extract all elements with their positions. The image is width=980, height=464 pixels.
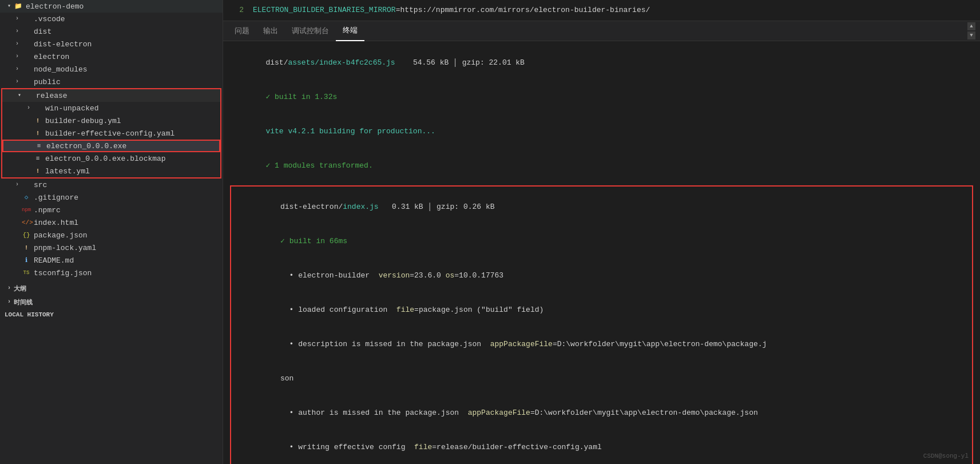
sidebar-item-latest-yml[interactable]: ! latest.yml [2, 165, 220, 177]
folder-icon [22, 39, 31, 49]
readme-icon: ℹ [22, 256, 31, 265]
sidebar-item-readme[interactable]: ℹ README.md [0, 254, 223, 267]
folder-icon [22, 77, 31, 86]
folder-icon [22, 14, 31, 23]
sidebar-item-release[interactable]: release [2, 89, 220, 102]
timeline-group[interactable]: 时间线 [0, 295, 223, 309]
sidebar-item-tsconfig[interactable]: TS tsconfig.json [0, 267, 223, 279]
item-label: win-unpacked [45, 104, 99, 113]
main-content: 2 ELECTRON_BUILDER_BINARIES_MIRROR =http… [223, 0, 980, 464]
panel-scroll-controls: ▲ ▼ [967, 22, 975, 39]
folder-icon [24, 91, 33, 100]
outline-label: 大纲 [14, 284, 26, 293]
build-info-line: dist/assets/index-b4fc2c65.js 54.56 kB │… [230, 46, 973, 80]
item-label: node_modules [34, 65, 88, 74]
sidebar-bottom: 大纲 时间线 LOCAL HISTORY [0, 281, 223, 320]
sidebar-item-builder-debug[interactable]: ! builder-debug.yml [2, 114, 220, 127]
sidebar-item-vscode[interactable]: .vscode [0, 13, 223, 25]
html-icon: </> [22, 218, 31, 227]
item-label: package.json [34, 231, 88, 240]
tab-terminal[interactable]: 终端 [336, 21, 364, 41]
tab-problems-label: 问题 [235, 26, 249, 36]
tab-debug-console[interactable]: 调试控制台 [285, 21, 336, 41]
built-66ms: ✓ built in 66ms [236, 224, 967, 259]
item-label: .vscode [34, 15, 65, 23]
item-label: pnpm-lock.yaml [34, 244, 96, 252]
item-label: latest.yml [45, 167, 90, 176]
sidebar-item-builder-effective[interactable]: ! builder-effective-config.yaml [2, 127, 220, 140]
sidebar-item-pnpm-lock[interactable]: ! pnpm-lock.yaml [0, 241, 223, 254]
exe-icon: ≡ [34, 141, 43, 150]
sidebar-item-electron-exe[interactable]: ≡ electron_0.0.0.exe [2, 140, 220, 152]
sidebar-item-package-json[interactable]: {} package.json [0, 229, 223, 241]
sidebar-item-src[interactable]: src [0, 179, 223, 191]
item-label: index.html [34, 219, 78, 227]
folder-icon [22, 180, 31, 189]
watermark: CSDN@song-yl [923, 450, 969, 462]
arrow-icon [5, 298, 14, 307]
blockmap-icon: ≡ [33, 154, 42, 163]
item-label: dist-electron [34, 40, 92, 49]
json-icon: TS [22, 268, 31, 277]
timeline-label: 时间线 [14, 298, 33, 307]
sidebar-item-npmrc[interactable]: npm .npmrc [0, 204, 223, 216]
folder-icon [22, 27, 31, 36]
sidebar-item-electron[interactable]: electron [0, 50, 223, 63]
arrow-icon [24, 104, 33, 113]
sidebar: 📁 electron-demo .vscode dist dist-electr… [0, 0, 223, 464]
panel: 问题 输出 调试控制台 终端 ▲ ▼ dist/assets/index-b4f… [223, 21, 980, 464]
tab-debug-label: 调试控制台 [292, 26, 329, 36]
terminal-build-box: dist-electron/index.js 0.31 kB │ gzip: 0… [230, 185, 973, 464]
arrow-icon [15, 91, 24, 100]
arrow-icon [5, 2, 14, 11]
arrow-icon [13, 27, 22, 36]
local-history-group[interactable]: LOCAL HISTORY [0, 309, 223, 320]
built-line: ✓ built in 1.32s [230, 80, 973, 114]
item-label: electron_0.0.0.exe.blockmap [45, 154, 166, 163]
token-env-key: ELECTRON_BUILDER_BINARIES_MIRROR [253, 5, 396, 16]
tab-output[interactable]: 输出 [256, 21, 285, 41]
arrow-icon [13, 52, 22, 61]
arrow-icon [13, 65, 22, 74]
arrow-icon [13, 77, 22, 86]
dist-electron-line: dist-electron/index.js 0.31 kB │ gzip: 0… [236, 190, 967, 224]
scroll-up-arrow[interactable]: ▲ [967, 22, 975, 30]
item-label: src [34, 181, 47, 189]
line-number: 2 [232, 5, 244, 16]
folder-icon: 📁 [14, 2, 23, 11]
terminal-content[interactable]: dist/assets/index-b4fc2c65.js 54.56 kB │… [223, 41, 980, 464]
folder-icon [33, 104, 42, 113]
tab-output-label: 输出 [263, 26, 278, 36]
item-label: .gitignore [34, 193, 78, 202]
editor-area: 2 ELECTRON_BUILDER_BINARIES_MIRROR =http… [223, 0, 980, 21]
builder-version-line: • electron-builder version=23.6.0 os=10.… [236, 259, 967, 293]
sidebar-item-win-unpacked[interactable]: win-unpacked [2, 102, 220, 114]
tab-terminal-label: 终端 [343, 25, 358, 35]
folder-icon [22, 65, 31, 74]
editor-line: 2 ELECTRON_BUILDER_BINARIES_MIRROR =http… [232, 5, 971, 16]
root-label: electron-demo [26, 2, 84, 11]
sidebar-item-index-html[interactable]: </> index.html [0, 216, 223, 229]
arrow-icon [13, 39, 22, 49]
sidebar-item-node-modules[interactable]: node_modules [0, 63, 223, 76]
sidebar-item-public[interactable]: public [0, 76, 223, 88]
token-equals: =https://npmmirror.com/mirrors/electron-… [396, 5, 650, 16]
sidebar-item-gitignore[interactable]: ◇ .gitignore [0, 191, 223, 204]
sidebar-item-blockmap[interactable]: ≡ electron_0.0.0.exe.blockmap [2, 152, 220, 165]
sidebar-item-dist-electron[interactable]: dist-electron [0, 38, 223, 50]
item-label: builder-effective-config.yaml [45, 129, 174, 138]
sidebar-item-dist[interactable]: dist [0, 25, 223, 38]
yaml-warn-icon: ! [33, 166, 42, 176]
folder-icon [22, 52, 31, 61]
description-missed-cont: son [236, 362, 967, 396]
scroll-down-arrow[interactable]: ▼ [967, 31, 975, 39]
panel-tabs: 问题 输出 调试控制台 终端 ▲ ▼ [223, 21, 980, 41]
item-label: electron [34, 53, 69, 61]
sidebar-item-root[interactable]: 📁 electron-demo [0, 0, 223, 13]
tab-problems[interactable]: 问题 [228, 21, 256, 41]
outline-group[interactable]: 大纲 [0, 281, 223, 295]
arrow-icon [5, 284, 14, 293]
item-label: electron_0.0.0.exe [46, 142, 126, 150]
loaded-config-line: • loaded configuration file=package.json… [236, 293, 967, 327]
item-label: tsconfig.json [34, 269, 92, 277]
